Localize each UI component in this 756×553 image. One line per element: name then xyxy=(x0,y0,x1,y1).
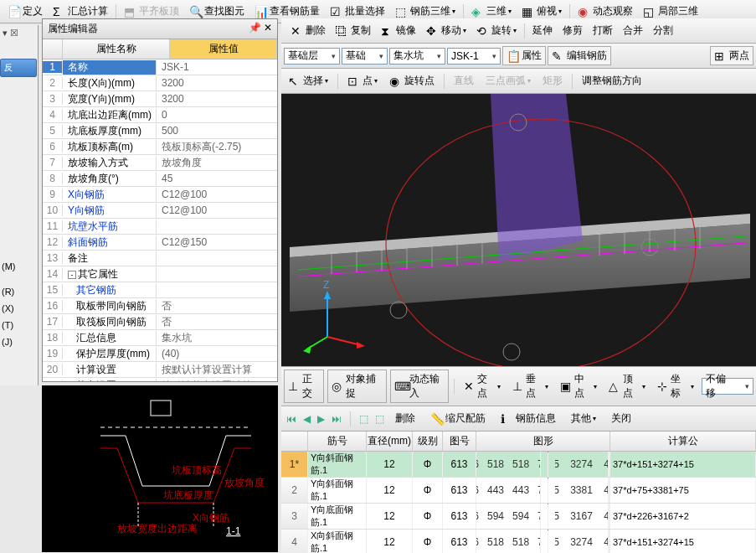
copy-icon: ⿻ xyxy=(336,24,349,38)
left-float-panel[interactable]: 反 xyxy=(0,59,37,77)
nav-info[interactable]: ℹ钢筋信息 xyxy=(496,409,560,428)
prop-row-18[interactable]: 18汇总信息集水坑 xyxy=(43,330,277,346)
svg-point-25 xyxy=(390,302,407,318)
prop-row-6[interactable]: 6坑板顶标高(m)筏板顶标高(-2.75) xyxy=(43,139,277,155)
grid-row[interactable]: 3 Y向底面钢筋.1 12 Φ 613 76 594 594 76╱╲45 31… xyxy=(281,504,756,530)
tool-rect[interactable]: 矩形 xyxy=(538,71,567,90)
viewport-3d[interactable]: Z xyxy=(281,94,756,366)
sum-icon: Σ xyxy=(53,5,66,18)
offset-combo[interactable]: 不偏移 xyxy=(702,378,753,395)
btn-2pt[interactable]: ⊞两点 xyxy=(710,46,753,65)
tb-rotate[interactable]: ⟲旋转▾ xyxy=(472,21,521,40)
prop-row-5[interactable]: 5坑底板厚度(mm)500 xyxy=(43,123,277,139)
prop-row-3[interactable]: 3宽度(Y向)(mm)3200 xyxy=(43,91,277,107)
prop-row-2[interactable]: 2长度(X向)(mm)3200 xyxy=(43,75,277,91)
hdr-num: 图号 xyxy=(443,432,476,451)
tool-select[interactable]: ↖选择▾ xyxy=(284,71,332,90)
nav-prev-icon[interactable]: ◀ xyxy=(303,413,311,425)
left-dock: ▾ ☒ (M) (R) (X) (T) (J) xyxy=(0,25,39,385)
tb-delete[interactable]: ✕删除 xyxy=(286,21,330,40)
nav-delete[interactable]: 删除 xyxy=(391,409,419,428)
svg-rect-0 xyxy=(151,401,171,416)
tb-copy[interactable]: ⿻复制 xyxy=(332,21,375,40)
topview-icon: ▦ xyxy=(522,5,535,18)
panel-titlebar: 属性编辑器 📌 ✕ xyxy=(43,19,277,39)
tb-merge[interactable]: 合并 xyxy=(619,21,647,40)
nav-other[interactable]: 其他▾ xyxy=(567,409,600,428)
rotpoint-icon: ◉ xyxy=(389,75,403,88)
nav-add-icon[interactable]: ⬚ xyxy=(359,413,368,425)
prop-row-19[interactable]: 19保护层厚度(mm)(40) xyxy=(43,346,277,362)
tool-adj-rebar[interactable]: 调整钢筋方向 xyxy=(578,71,646,90)
tb-split[interactable]: 分割 xyxy=(649,21,677,40)
tb-define[interactable]: 📄定义 xyxy=(3,2,47,21)
prop-row-4[interactable]: 4坑底出边距离(mm)0 xyxy=(43,107,277,123)
svg-text:坑板顶标高: 坑板顶标高 xyxy=(171,464,222,476)
prop-row-1[interactable]: 1名称JSK-1 xyxy=(43,59,277,75)
grid-header: 筋号 直径(mm) 级别 图号 图形 计算公 xyxy=(281,432,756,452)
grid-row[interactable]: 2 Y向斜面钢筋.1 12 Φ 613 76 443 443 76╱╲45 33… xyxy=(281,478,756,504)
prop-row-20[interactable]: 20计算设置按默认计算设置计算 xyxy=(43,362,277,378)
combo-component[interactable]: 集水坑 xyxy=(389,48,445,65)
dyn-icon: ⌨ xyxy=(394,380,408,393)
prop-body[interactable]: 1名称JSK-12长度(X向)(mm)32003宽度(Y向)(mm)32004坑… xyxy=(43,59,277,381)
svg-text:放坡角度: 放坡角度 xyxy=(224,477,265,488)
prop-row-17[interactable]: 17取筏板同向钢筋否 xyxy=(43,314,277,330)
prop-row-21[interactable]: 21节点设置按默认节点设置计算 xyxy=(43,378,277,381)
grid-row[interactable]: 4 X向斜面钢筋.1 12 Φ 613 76 518 518 76╱╲45 32… xyxy=(281,530,756,553)
prop-row-11[interactable]: 11坑壁水平筋 xyxy=(43,219,277,235)
snap-mid[interactable]: ▣中点▾ xyxy=(556,370,601,403)
tb-extend[interactable]: 延伸 xyxy=(528,21,557,40)
tool-arc[interactable]: 三点画弧▾ xyxy=(481,71,535,90)
tool-point[interactable]: ⊡点▾ xyxy=(343,71,382,90)
snap-vert[interactable]: △顶点▾ xyxy=(604,370,650,403)
nav-next-icon[interactable]: ▶ xyxy=(317,413,325,425)
nav-ins-icon[interactable]: ⬚ xyxy=(375,413,384,425)
hdr-value: 属性值 xyxy=(170,39,277,59)
snap-perp[interactable]: ⊥垂点▾ xyxy=(508,370,553,403)
prop-row-8[interactable]: 8放坡角度(°)45 xyxy=(43,171,277,187)
svg-line-8 xyxy=(117,448,138,503)
snap-cross[interactable]: ✕交点▾ xyxy=(460,370,505,403)
prop-row-16[interactable]: 16取板带同向钢筋否 xyxy=(43,298,277,314)
nav-first-icon[interactable]: ⏮ xyxy=(286,413,296,425)
hdr-name: 筋号 xyxy=(308,432,367,451)
snap-obj[interactable]: ◎对象捕捉 xyxy=(327,370,386,403)
prop-row-12[interactable]: 12斜面钢筋C12@150 xyxy=(43,235,277,251)
combo-type[interactable]: 基础 xyxy=(342,48,388,65)
batch-icon: ☑ xyxy=(330,5,343,18)
prop-row-10[interactable]: 10Y向钢筋C12@100 xyxy=(43,203,277,219)
nav-last-icon[interactable]: ⏭ xyxy=(332,413,342,425)
panel-title-text: 属性编辑器 xyxy=(48,22,98,36)
tool-line[interactable]: 直线 xyxy=(450,71,478,90)
prop-row-9[interactable]: 9X向钢筋C12@100 xyxy=(43,187,277,203)
prop-row-15[interactable]: 15其它钢筋 xyxy=(43,282,277,298)
section-diagram: 坑板顶标高 坑底板厚度 放坡角度 X向钢筋 放坡宽度出边距离 1-1 xyxy=(42,385,278,552)
tb-trim[interactable]: 修剪 xyxy=(558,21,587,40)
btn-edit-rebar[interactable]: ✎编辑钢筋 xyxy=(548,46,611,65)
combo-instance[interactable]: JSK-1 xyxy=(447,48,501,65)
prop-row-7[interactable]: 7放坡输入方式放坡角度 xyxy=(43,155,277,171)
tb-mirror[interactable]: ⧗镜像 xyxy=(377,21,420,40)
close-icon[interactable]: ✕ xyxy=(264,22,272,34)
grid-row[interactable]: 1* Y向斜面钢筋.1 12 Φ 613 76 518 518 76╱╲45 3… xyxy=(281,452,756,478)
delete-icon: ✕ xyxy=(291,24,304,38)
snap-dyn[interactable]: ⌨动态输入 xyxy=(390,370,449,403)
combo-layer[interactable]: 基础层 xyxy=(284,48,340,65)
snap-coord[interactable]: ⊹坐标▾ xyxy=(653,370,698,403)
tool-rotpoint[interactable]: ◉旋转点 xyxy=(385,71,439,90)
prop-row-13[interactable]: 13备注 xyxy=(43,251,277,266)
tb-move[interactable]: ✥移动▾ xyxy=(422,21,471,40)
svg-point-27 xyxy=(503,344,520,360)
btn-property[interactable]: 📋属性 xyxy=(502,46,546,65)
rebar-grid: 筋号 直径(mm) 级别 图号 图形 计算公 1* Y向斜面钢筋.1 12 Φ … xyxy=(281,431,756,553)
nav-scale[interactable]: 📏缩尺配筋 xyxy=(426,409,490,428)
snap-ortho[interactable]: ⊥正交 xyxy=(284,370,324,403)
svg-marker-46 xyxy=(357,342,365,349)
nav-close[interactable]: 关闭 xyxy=(607,409,635,428)
prop-row-14[interactable]: 14-其它属性 xyxy=(43,266,277,282)
svg-line-45 xyxy=(327,337,361,345)
tb-break[interactable]: 打断 xyxy=(589,21,617,40)
svg-line-3 xyxy=(126,436,142,486)
pin-icon[interactable]: 📌 xyxy=(249,22,261,34)
